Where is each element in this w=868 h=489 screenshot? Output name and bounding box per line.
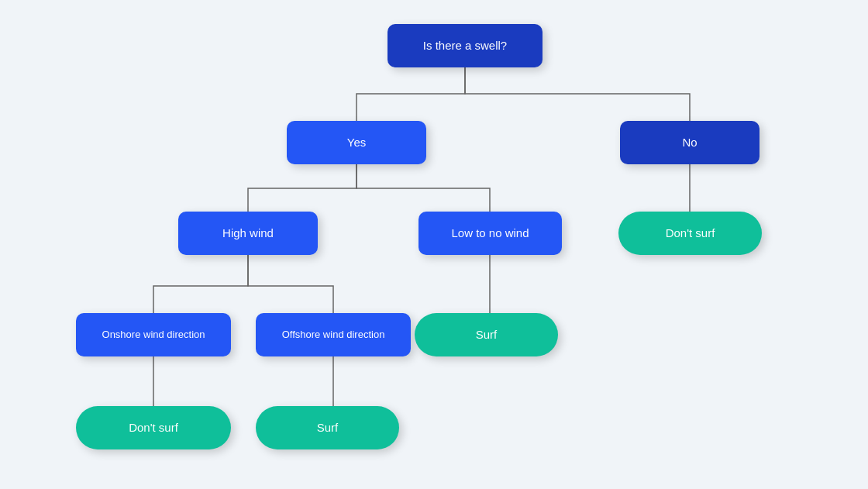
node-surf-low: Surf bbox=[415, 313, 558, 356]
node-high-wind: High wind bbox=[178, 212, 318, 255]
node-low-wind: Low to no wind bbox=[418, 212, 562, 255]
node-surf-offshore: Surf bbox=[256, 406, 399, 449]
node-no: No bbox=[620, 121, 760, 164]
node-onshore: Onshore wind direction bbox=[76, 313, 231, 356]
flowchart: Is there a swell? Yes No High wind Low t… bbox=[23, 9, 845, 481]
node-yes: Yes bbox=[287, 121, 426, 164]
node-dont-surf-onshore: Don't surf bbox=[76, 406, 231, 449]
node-dont-surf-no: Don't surf bbox=[618, 212, 762, 255]
node-swell: Is there a swell? bbox=[388, 24, 542, 67]
node-offshore: Offshore wind direction bbox=[256, 313, 411, 356]
